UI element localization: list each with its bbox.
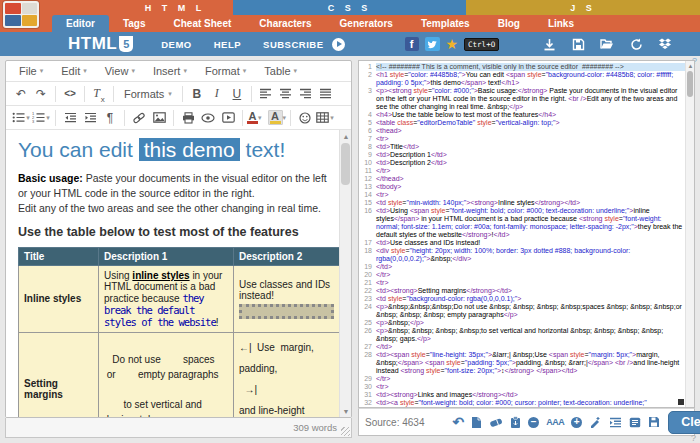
tab-css[interactable]: C S S [233,0,466,15]
editor-scrollbar[interactable]: ▲ ▼ [339,130,351,417]
scrollbar-thumb[interactable] [687,71,693,97]
bold-button[interactable]: B [187,84,207,104]
demo-link[interactable]: DEMO [161,39,192,50]
insert-link-button[interactable] [129,108,149,128]
code-line[interactable]: 7<tr> [359,135,685,143]
code-line[interactable]: 12</thead> [359,175,685,183]
code-line[interactable]: 26<p>&nbsp; &nbsp; &nbsp; &nbsp;to set v… [359,327,685,343]
align-center-button[interactable] [276,84,296,104]
clear-formatting-button[interactable]: Tx [89,84,109,104]
code-line[interactable]: 14<tr> [359,191,685,199]
code-line[interactable]: 11</tr> [359,167,685,175]
font-size-label[interactable]: AAA [546,417,564,427]
text-color-button[interactable]: A [247,111,258,124]
nav-tab-characters[interactable]: Characters [245,15,325,32]
editor-content[interactable]: You can edit this demo text! Basic usage… [6,130,339,417]
code-line[interactable]: 29</tr> [359,375,685,383]
clean-button[interactable]: Clean [668,411,700,434]
bookmark-star-icon[interactable]: ★ [446,37,459,51]
code-line[interactable]: 5<table class="editorDemoTable" style="v… [359,119,685,127]
html5-logo[interactable]: HTML 5 [68,34,133,54]
preview-button[interactable] [198,108,218,128]
paragraph-marks-button[interactable]: ¶ [100,108,120,128]
code-line[interactable]: 20</tr> [359,271,685,279]
insert-media-button[interactable] [218,108,238,128]
save-source-icon[interactable] [648,416,660,428]
code-line[interactable]: 23<td style="background-color: rgba(0,0,… [359,295,685,303]
emoticon-button[interactable] [295,108,315,128]
align-justify-button[interactable] [316,84,336,104]
dropbox-icon[interactable] [657,36,673,52]
code-line[interactable]: 9<td>Description 1</td> [359,151,685,159]
undo-icon[interactable]: ↶ [453,415,465,429]
code-line[interactable]: 22<td><strong>Setting margins</strong></… [359,287,685,295]
print-button[interactable] [178,108,198,128]
code-lines[interactable]: 1<!-- ######## This is a comment, visibl… [359,61,685,407]
code-line[interactable]: 30<tr> [359,383,685,391]
nav-tab-links[interactable]: Links [534,15,588,32]
source-scrollbar[interactable]: ▲ [685,61,694,407]
code-line[interactable]: 8<td>Title</td> [359,143,685,151]
decrease-font-icon[interactable]: − [528,417,539,428]
menu-view[interactable]: View▾ [96,65,144,77]
nav-tab-blog[interactable]: Blog [484,15,534,32]
code-line[interactable]: 21<tr> [359,279,685,287]
menu-format[interactable]: Format▾ [196,65,255,77]
underline-button[interactable]: U [227,84,247,104]
save-icon[interactable] [570,36,586,52]
cleanup-magic-icon[interactable] [589,416,602,428]
source-code-button[interactable]: <> [60,84,80,104]
redo-button[interactable]: ↷ [31,84,51,104]
twitter-icon[interactable] [425,37,440,51]
download-icon[interactable] [541,36,557,52]
nav-tab-cheat-sheet[interactable]: Cheat Sheet [160,15,246,32]
nav-tab-editor[interactable]: Editor [52,15,109,32]
scroll-down-icon[interactable]: ▼ [340,405,352,417]
outdent-button[interactable] [60,108,80,128]
nav-tab-tags[interactable]: Tags [109,15,160,32]
code-line[interactable]: 13<tbody> [359,183,685,191]
code-line[interactable]: 16<td>Using <span style="font-weight: bo… [359,207,685,239]
menu-edit[interactable]: Edit▾ [52,65,95,77]
increase-font-icon[interactable]: + [571,417,582,428]
code-line[interactable]: 27</td> [359,343,685,351]
code-line[interactable]: 17<td>Use classes and IDs instead! [359,239,685,247]
code-line[interactable]: 19</td> [359,263,685,271]
indent-code-icon[interactable] [609,417,622,428]
scroll-up-icon[interactable]: ▲ [340,130,352,142]
code-line[interactable]: 28<td><span style="line-height: 35px;">&… [359,351,685,375]
menu-table[interactable]: Table▾ [255,65,306,77]
code-line[interactable]: 4<h4>Use the table below to test most of… [359,111,685,119]
formats-dropdown[interactable]: Formats▾ [118,88,178,100]
facebook-icon[interactable]: f [405,37,419,51]
chevron-down-icon[interactable]: ▾ [283,114,287,122]
code-line[interactable]: 24<p>&nbsp;&nbsp;&nbsp;Do not use &nbsp;… [359,303,685,319]
open-file-icon[interactable] [599,36,615,52]
source-resize-handle[interactable] [678,399,684,405]
code-line[interactable]: 32<td><a style="font-weight: bold; color… [359,399,685,407]
indent-button[interactable] [80,108,100,128]
align-right-button[interactable] [296,84,316,104]
code-line[interactable]: 1<!-- ######## This is a comment, visibl… [359,63,685,71]
bullet-list-button[interactable]: ▾ [11,108,31,128]
insert-image-button[interactable] [149,108,169,128]
background-color-button[interactable]: A [268,110,283,125]
code-line[interactable]: 15<td style="min-width: 140px;"><strong>… [359,199,685,207]
italic-button[interactable]: I [207,84,227,104]
code-line[interactable]: 6<thead> [359,127,685,135]
scrollbar-thumb[interactable] [341,143,350,185]
resize-grip[interactable] [341,427,350,436]
nav-tab-templates[interactable]: Templates [407,15,484,32]
menu-file[interactable]: File▾ [10,65,52,77]
site-logo[interactable] [3,1,39,28]
code-line[interactable]: 2<h1 style="color: #4485b8;">You can edi… [359,71,685,87]
paste-icon[interactable] [510,416,521,429]
play-icon[interactable] [332,38,345,51]
subscribe-link[interactable]: SUBSCRIBE [263,39,323,50]
code-line[interactable]: 25<p>&nbsp;</p> [359,319,685,327]
numbered-list-button[interactable]: 123▾ [31,108,51,128]
eraser-icon[interactable] [489,417,503,428]
menu-insert[interactable]: Insert▾ [144,65,196,77]
code-line[interactable]: 31<td><strong>Links and images</strong><… [359,391,685,399]
help-icon[interactable]: ? [691,433,696,443]
